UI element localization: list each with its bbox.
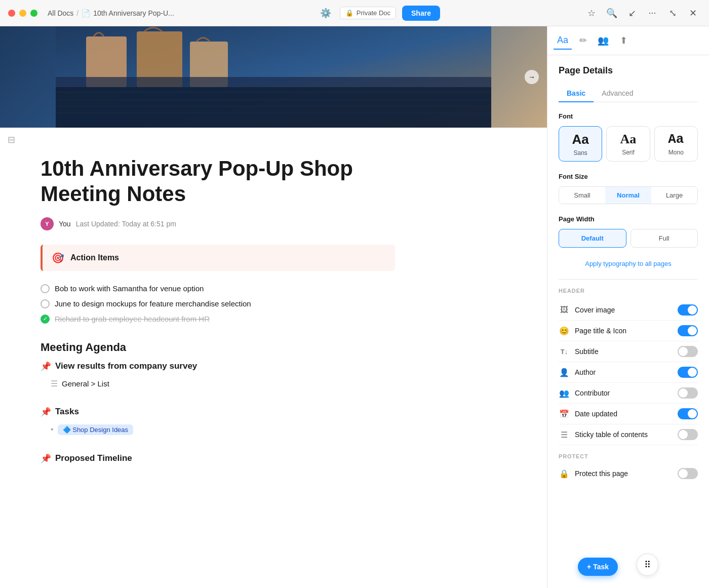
size-normal[interactable]: Normal [605, 187, 651, 204]
close-window-icon[interactable]: ✕ [685, 5, 701, 21]
sub-tab-advanced[interactable]: Advanced [594, 85, 641, 102]
meeting-agenda-section: Meeting Agenda 📌 View results from compa… [41, 341, 395, 390]
grid-fab[interactable]: ⠿ [637, 554, 658, 576]
author-toggle[interactable] [678, 367, 698, 378]
breadcrumb-all-docs[interactable]: All Docs [48, 9, 73, 17]
search-icon[interactable]: 🔍 [604, 5, 620, 21]
titlebar-actions: ☆ 🔍 ↙ ··· ⤡ ✕ [583, 5, 701, 21]
subtitle-label: Subtitle [575, 347, 673, 356]
panel-divider [559, 279, 698, 280]
font-serif-letter: Aa [620, 132, 637, 147]
font-sans-letter: Aa [572, 132, 589, 147]
contributor-toggle[interactable] [678, 387, 698, 399]
cover-image-label: Cover image [575, 306, 673, 314]
cover-image-icon: 🖼 [559, 304, 570, 316]
subtitle-toggle[interactable] [678, 346, 698, 357]
cover-svg [0, 26, 547, 128]
toc-toggle[interactable] [678, 429, 698, 440]
share-button[interactable]: Share [402, 6, 440, 21]
list-icon: ☰ [51, 379, 58, 388]
maximize-button[interactable] [30, 10, 37, 17]
font-mono-letter: Aa [668, 132, 684, 147]
contributor-label: Contributor [575, 389, 673, 397]
todo-list: Bob to work with Samantha for venue opti… [41, 281, 395, 327]
minimize-button[interactable] [19, 10, 26, 17]
todo-text-3: Richard to grab employee headcount from … [55, 315, 210, 323]
privacy-badge: 🔒 Private Doc [340, 7, 396, 19]
privacy-label: Private Doc [357, 9, 390, 17]
protect-label-text: Protect this page [575, 469, 673, 478]
author-icon: 👤 [559, 367, 570, 378]
protect-toggle[interactable] [678, 468, 698, 479]
cover-arrow-button[interactable]: → [525, 70, 539, 84]
timeline-subheading: 📌 Proposed Timeline [41, 453, 395, 464]
lock-icon: 🔒 [345, 9, 353, 17]
tab-paint[interactable]: ✏ [574, 31, 592, 50]
tasks-bullet-list: • 🔷 Shop Design Ideas [41, 422, 395, 437]
font-serif[interactable]: Aa Serif [606, 126, 650, 162]
doc-icon: 📄 [82, 9, 90, 17]
font-sans[interactable]: Aa Sans [559, 126, 602, 162]
todo-item: Bob to work with Samantha for venue opti… [41, 281, 395, 296]
date-updated-toggle[interactable] [678, 408, 698, 419]
toggle-toc: ☰ Sticky table of contents [559, 424, 698, 445]
toggle-author: 👤 Author [559, 362, 698, 383]
tab-export[interactable]: ⬆ [614, 31, 633, 50]
company-survey-subheading: 📌 View results from company survey [41, 361, 395, 372]
font-mono[interactable]: Aa Mono [654, 126, 698, 162]
bullet-dot: • [51, 425, 54, 434]
svg-rect-5 [56, 87, 491, 128]
font-size-label: Font Size [559, 173, 698, 180]
toggle-cover-image: 🖼 Cover image [559, 300, 698, 321]
cover-image-toggle[interactable] [678, 304, 698, 316]
sub-tabs: Basic Advanced [559, 85, 698, 102]
right-panel: Aa ✏ 👥 ⬆ Page Details Basic Advanced Fon… [547, 26, 709, 588]
settings-icon[interactable]: ⚙️ [318, 5, 334, 21]
todo-text-1: Bob to work with Samantha for venue opti… [55, 284, 204, 293]
toc-label: Sticky table of contents [575, 430, 673, 439]
bullet-text-1: General > List [62, 379, 109, 388]
expand-icon[interactable]: ↙ [624, 5, 640, 21]
panel-tabs: Aa ✏ 👥 ⬆ [547, 26, 709, 55]
star-icon[interactable]: ☆ [583, 5, 600, 21]
page-title-toggle[interactable] [678, 325, 698, 336]
apply-typography-link[interactable]: Apply typography to all pages [585, 260, 672, 267]
last-updated: Last Updated: Today at 6:51 pm [76, 220, 176, 228]
collapse-icon[interactable]: ⤡ [664, 5, 681, 21]
page-title-label: Page title & Icon [575, 327, 673, 335]
tab-text[interactable]: Aa [554, 31, 572, 50]
size-small[interactable]: Small [559, 187, 605, 204]
meeting-agenda-heading: Meeting Agenda [41, 341, 395, 354]
author-name: You [59, 220, 71, 228]
cover-image: → [0, 26, 547, 128]
breadcrumb-doc-name[interactable]: 10th Anniversary Pop-U... [93, 9, 174, 17]
todo-item: ✓ Richard to grab employee headcount fro… [41, 311, 395, 327]
width-default[interactable]: Default [559, 229, 626, 248]
task-fab[interactable]: + Task [578, 558, 618, 576]
pin-icon-2: 📌 [41, 407, 51, 417]
toggle-protect: 🔒 Protect this page [559, 463, 698, 484]
sub-tab-basic[interactable]: Basic [559, 85, 594, 102]
breadcrumb-separator: / [76, 9, 78, 17]
size-large[interactable]: Large [651, 187, 697, 204]
todo-checkbox-1[interactable] [41, 284, 50, 293]
titlebar: All Docs / 📄 10th Anniversary Pop-U... ⚙… [0, 0, 709, 26]
width-full[interactable]: Full [631, 229, 698, 248]
subtitle-icon: T↓ [559, 346, 570, 357]
main-layout: → ⊟ 10th Anniversary Pop-Up Shop Meeting… [0, 26, 709, 588]
titlebar-center: ⚙️ 🔒 Private Doc Share [180, 5, 577, 21]
more-icon[interactable]: ··· [644, 5, 660, 21]
traffic-lights [8, 10, 37, 17]
tab-people[interactable]: 👥 [594, 31, 612, 50]
todo-checkbox-2[interactable] [41, 299, 50, 308]
toggle-subtitle: T↓ Subtitle [559, 341, 698, 362]
todo-checkbox-3[interactable]: ✓ [41, 315, 50, 324]
company-survey-text: View results from company survey [55, 361, 197, 371]
sidebar-toggle-button[interactable]: ⊟ [4, 133, 18, 147]
panel-content: Page Details Basic Advanced Font Aa Sans… [547, 55, 709, 494]
close-button[interactable] [8, 10, 15, 17]
pin-icon-1: 📌 [41, 361, 51, 372]
breadcrumb: All Docs / 📄 10th Anniversary Pop-U... [48, 9, 174, 17]
font-sans-name: Sans [573, 149, 587, 156]
toggle-page-title: 😊 Page title & Icon [559, 321, 698, 341]
